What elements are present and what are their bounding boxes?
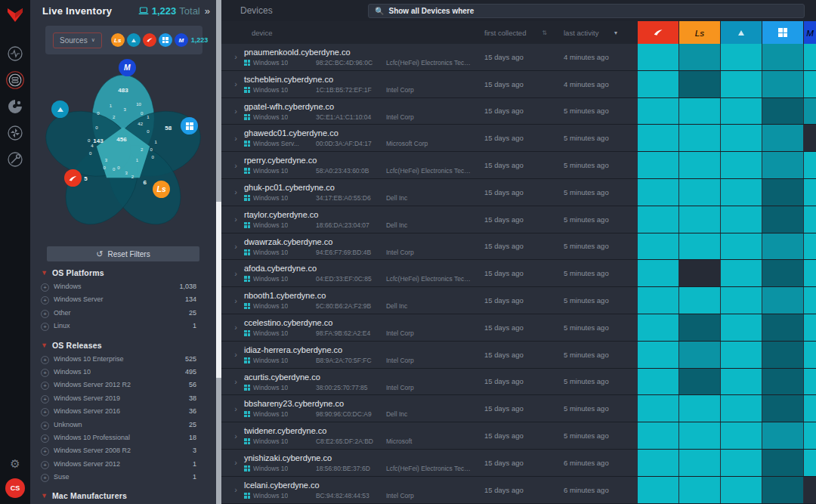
panel-scrollbar[interactable] xyxy=(216,0,221,504)
source-presence-cell[interactable] xyxy=(721,233,762,260)
automation-icon[interactable] xyxy=(5,123,25,143)
row-expand-chevron[interactable]: › xyxy=(227,287,244,314)
row-expand-chevron[interactable]: › xyxy=(227,342,244,368)
source-presence-cell[interactable] xyxy=(804,287,816,314)
add-filter-icon[interactable]: + xyxy=(41,447,49,456)
source-presence-cell[interactable] xyxy=(638,287,678,314)
source-presence-cell[interactable] xyxy=(679,477,720,503)
source-presence-cell[interactable] xyxy=(721,314,762,341)
table-row[interactable]: › lcelani.cyberdyne.co Windows 10 BC:94:… xyxy=(221,477,816,504)
source-presence-cell[interactable] xyxy=(679,125,720,151)
source-presence-cell[interactable] xyxy=(762,206,803,233)
device-name[interactable]: ghawedc01.cyberdyne.co xyxy=(244,128,471,138)
device-name[interactable]: lcelani.cyberdyne.co xyxy=(244,481,471,490)
source-presence-cell[interactable] xyxy=(762,98,803,125)
row-expand-chevron[interactable]: › xyxy=(227,477,244,503)
table-row[interactable]: › afoda.cyberdyne.co Windows 10 04:ED:33… xyxy=(221,260,816,287)
source-presence-cell[interactable] xyxy=(679,179,720,206)
table-row[interactable]: › ynishizaki.cyberdyne.co Windows 10 18:… xyxy=(221,450,816,477)
table-row[interactable]: › rtaylor.cyberdyne.co Windows 10 18:66:… xyxy=(221,206,816,233)
source-presence-cell[interactable] xyxy=(679,98,720,125)
search-input[interactable] xyxy=(388,7,798,15)
source-presence-cell[interactable] xyxy=(804,233,816,260)
source-presence-cell[interactable] xyxy=(804,206,816,233)
table-row[interactable]: › dwawrzak.cyberdyne.co Windows 10 94:E6… xyxy=(221,233,816,261)
row-expand-chevron[interactable]: › xyxy=(227,395,244,422)
add-filter-icon[interactable]: + xyxy=(41,369,49,377)
tools-icon[interactable] xyxy=(5,150,25,169)
source-presence-cell[interactable] xyxy=(638,477,678,503)
inventory-icon[interactable] xyxy=(5,70,25,90)
source-presence-cell[interactable] xyxy=(804,314,816,341)
source-presence-cell[interactable] xyxy=(762,342,803,368)
add-filter-icon[interactable]: + xyxy=(41,422,49,430)
row-expand-chevron[interactable]: › xyxy=(227,125,244,151)
source-presence-cell[interactable] xyxy=(721,260,762,286)
filter-section-title[interactable]: OS Releases xyxy=(52,341,102,350)
source-presence-cell[interactable] xyxy=(679,314,720,341)
source-presence-cell[interactable] xyxy=(804,422,816,449)
source-presence-cell[interactable] xyxy=(721,152,762,178)
filter-item[interactable]: + Other 25 xyxy=(41,308,196,320)
device-name[interactable]: pnaumenkoold.cyberdyne.co xyxy=(244,48,471,57)
source-presence-cell[interactable] xyxy=(721,369,762,395)
sort-desc-icon[interactable]: ▾ xyxy=(614,29,617,36)
brand-logo-icon[interactable] xyxy=(5,6,25,27)
table-row[interactable]: › twidener.cyberdyne.co Windows 10 C8:E2… xyxy=(221,422,816,450)
filter-item[interactable]: + Windows Server 2016 36 xyxy=(41,406,196,419)
source-presence-cell[interactable] xyxy=(679,71,720,97)
sources-venn-chart[interactable]: MLs4834561435856110030124200041200031000… xyxy=(45,59,201,240)
source-presence-cell[interactable] xyxy=(762,71,803,97)
source-presence-cell[interactable] xyxy=(804,98,816,125)
section-chevron-icon[interactable]: ▼ xyxy=(41,269,48,277)
add-filter-icon[interactable]: + xyxy=(41,296,49,305)
reset-filters-button[interactable]: ↺ Reset Filters xyxy=(47,246,199,261)
source-presence-cell[interactable] xyxy=(638,369,678,395)
source-presence-cell[interactable] xyxy=(679,342,720,368)
source-presence-cell[interactable] xyxy=(638,450,678,476)
source-presence-cell[interactable] xyxy=(638,342,678,368)
source-presence-cell[interactable] xyxy=(638,422,678,449)
sort-icon[interactable]: ⇅ xyxy=(542,29,547,36)
device-name[interactable]: acurtis.cyberdyne.co xyxy=(244,373,471,382)
device-name[interactable]: ccelestino.cyberdyne.co xyxy=(244,318,471,327)
row-expand-chevron[interactable]: › xyxy=(227,422,244,449)
source-presence-cell[interactable] xyxy=(721,44,762,70)
source-presence-cell[interactable] xyxy=(679,152,720,178)
table-row[interactable]: › nbooth1.cyberdyne.co Windows 10 5C:80:… xyxy=(221,287,816,314)
source-presence-cell[interactable] xyxy=(721,179,762,206)
source-presence-cell[interactable] xyxy=(721,206,762,233)
source-presence-cell[interactable] xyxy=(638,98,678,125)
source-presence-cell[interactable] xyxy=(762,233,803,260)
table-row[interactable]: › ghuk-pc01.cyberdyne.co Windows 10 34:1… xyxy=(221,179,816,206)
source-presence-cell[interactable] xyxy=(804,369,816,395)
device-name[interactable]: twidener.cyberdyne.co xyxy=(244,426,471,435)
source-column-crowdstrike[interactable] xyxy=(638,21,678,44)
source-presence-cell[interactable] xyxy=(721,71,762,97)
filter-item[interactable]: + Windows Server 2012 1 xyxy=(41,459,196,472)
source-presence-cell[interactable] xyxy=(762,152,803,178)
filter-item[interactable]: + Windows Server 2012 R2 56 xyxy=(41,379,196,392)
source-presence-cell[interactable] xyxy=(638,152,678,178)
source-presence-cell[interactable] xyxy=(638,179,678,206)
row-expand-chevron[interactable]: › xyxy=(227,98,244,125)
table-row[interactable]: › ghawedc01.cyberdyne.co Windows Serv...… xyxy=(221,125,816,152)
section-chevron-icon[interactable]: ▼ xyxy=(41,492,48,499)
source-presence-cell[interactable] xyxy=(721,98,762,125)
table-row[interactable]: › gpatel-wfh.cyberdyne.co Windows 10 3C:… xyxy=(221,98,816,125)
filter-item[interactable]: + Windows 10 Professional 18 xyxy=(41,432,196,445)
source-presence-cell[interactable] xyxy=(679,395,720,422)
collapse-panel-icon[interactable]: » xyxy=(205,5,209,17)
source-presence-cell[interactable] xyxy=(721,125,762,151)
col-first-collected[interactable]: first collected ⇅ xyxy=(471,21,550,44)
source-presence-cell[interactable] xyxy=(721,395,762,422)
device-name[interactable]: bbshareny23.cyberdyne.co xyxy=(244,399,471,408)
table-row[interactable]: › rperry.cyberdyne.co Windows 10 58:A0:2… xyxy=(221,152,816,179)
integrations-icon[interactable] xyxy=(5,97,25,116)
filter-section-title[interactable]: Mac Manufacturers xyxy=(52,491,127,500)
source-presence-cell[interactable] xyxy=(721,477,762,503)
source-presence-cell[interactable] xyxy=(721,342,762,368)
source-presence-cell[interactable] xyxy=(638,71,678,97)
activity-icon[interactable] xyxy=(5,44,25,63)
source-presence-cell[interactable] xyxy=(721,450,762,476)
